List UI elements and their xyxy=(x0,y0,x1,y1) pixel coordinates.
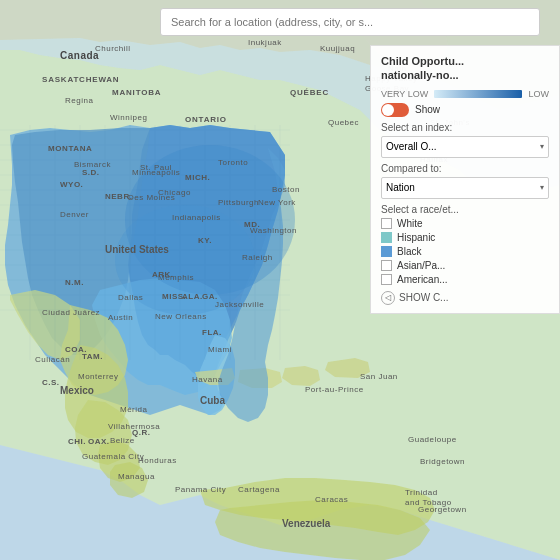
map-container: Canada SASKATCHEWAN MANITOBA ONTARIO QUÉ… xyxy=(0,0,560,560)
compared-dropdown-arrow: ▾ xyxy=(540,183,544,192)
race-checkbox-white[interactable] xyxy=(381,218,392,229)
compared-dropdown-value: Nation xyxy=(386,182,415,193)
show-toggle[interactable] xyxy=(381,103,409,117)
index-dropdown[interactable]: Overall O... ▾ xyxy=(381,136,549,158)
show-label: Show xyxy=(415,104,440,115)
panel-title: Child Opportu...nationally-no... xyxy=(381,54,549,83)
index-dropdown-arrow: ▾ xyxy=(540,142,544,151)
search-input[interactable] xyxy=(160,8,540,36)
chevron-icon: ◁ xyxy=(381,291,395,305)
show-counties-button[interactable]: ◁ SHOW C... xyxy=(381,291,549,305)
compared-dropdown[interactable]: Nation ▾ xyxy=(381,177,549,199)
show-counties-label: SHOW C... xyxy=(399,292,448,303)
info-panel: Child Opportu...nationally-no... VERY LO… xyxy=(370,45,560,314)
very-low-label: VERY LOW xyxy=(381,89,428,99)
race-item-american[interactable]: American... xyxy=(381,274,549,285)
low-label: LOW xyxy=(528,89,549,99)
scale-bar xyxy=(434,90,522,98)
index-section-label: Select an index: xyxy=(381,122,549,133)
race-checkbox-american[interactable] xyxy=(381,274,392,285)
race-item-white[interactable]: White xyxy=(381,218,549,229)
race-item-hispanic[interactable]: Hispanic xyxy=(381,232,549,243)
race-label-asian: Asian/Pa... xyxy=(397,260,445,271)
show-toggle-row: Show xyxy=(381,103,549,117)
compared-label: Compared to: xyxy=(381,163,549,174)
race-label-hispanic: Hispanic xyxy=(397,232,435,243)
color-scale: VERY LOW LOW xyxy=(381,89,549,99)
race-item-black[interactable]: Black xyxy=(381,246,549,257)
index-dropdown-value: Overall O... xyxy=(386,141,437,152)
svg-point-2 xyxy=(115,205,255,315)
race-label-white: White xyxy=(397,218,423,229)
race-item-asian[interactable]: Asian/Pa... xyxy=(381,260,549,271)
race-label-american: American... xyxy=(397,274,448,285)
race-checkbox-hispanic[interactable] xyxy=(381,232,392,243)
race-label-black: Black xyxy=(397,246,421,257)
search-bar xyxy=(160,8,560,36)
race-checkbox-asian[interactable] xyxy=(381,260,392,271)
race-checkbox-black[interactable] xyxy=(381,246,392,257)
race-section-label: Select a race/et... xyxy=(381,204,549,215)
